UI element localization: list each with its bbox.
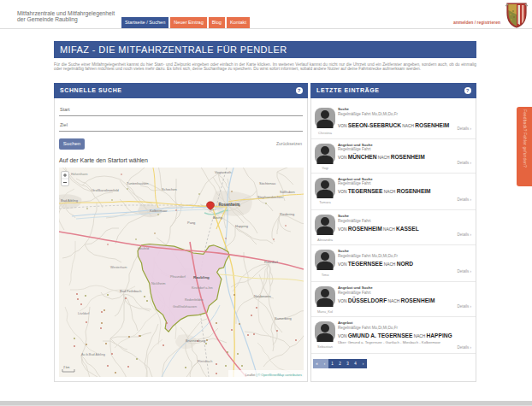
svg-text:Tuntenhausen: Tuntenhausen — [127, 181, 148, 185]
svg-text:Hohenthann: Hohenthann — [71, 173, 88, 176]
svg-text:Neubeuern: Neubeuern — [254, 294, 271, 298]
svg-text:Vogtareuth: Vogtareuth — [215, 170, 231, 174]
svg-text:Pang: Pang — [187, 221, 195, 225]
svg-text:Leaflet | © OpenStreetMap cont: Leaflet | © OpenStreetMap contributors — [245, 374, 302, 377]
svg-text:Großholzhausen: Großholzhausen — [173, 305, 197, 309]
svg-text:Riedering: Riedering — [280, 212, 294, 216]
svg-text:Großkarolinenfeld: Großkarolinenfeld — [92, 188, 119, 192]
svg-text:Litzldorf: Litzldorf — [78, 312, 90, 315]
svg-text:Redenfelden: Redenfelden — [185, 298, 204, 302]
svg-text:Pfraundorf: Pfraundorf — [170, 275, 186, 279]
svg-text:Westerham: Westerham — [110, 266, 127, 269]
svg-text:Söllhuben: Söllhuben — [280, 190, 295, 194]
svg-text:Söchtenau: Söchtenau — [259, 181, 275, 185]
svg-text:Kolbermoor: Kolbermoor — [150, 209, 168, 213]
svg-text:Kirchdorf a.Inn: Kirchdorf a.Inn — [192, 286, 213, 290]
svg-text:Stephanskirchen: Stephanskirchen — [257, 195, 283, 199]
svg-text:2 km: 2 km — [63, 366, 70, 369]
svg-text:Raubling: Raubling — [193, 275, 210, 279]
svg-text:Heufeld: Heufeld — [138, 247, 149, 250]
svg-text:Aising: Aising — [213, 215, 222, 220]
svg-text:Brannenburg: Brannenburg — [186, 338, 205, 343]
svg-text:Happing: Happing — [235, 224, 248, 228]
svg-text:Bad Aibling: Bad Aibling — [61, 198, 78, 203]
svg-text:Samerberg: Samerberg — [275, 316, 292, 321]
svg-text:Schechen: Schechen — [162, 187, 177, 191]
svg-text:Rosenheim: Rosenheim — [219, 203, 240, 207]
svg-text:Nicklheim: Nicklheim — [151, 282, 165, 285]
svg-text:Au b.Bad Aibling: Au b.Bad Aibling — [81, 353, 105, 356]
svg-text:Rohrdorf: Rohrdorf — [264, 260, 278, 264]
svg-text:Bad Feilnbach: Bad Feilnbach — [120, 289, 142, 293]
svg-text:Flintsbach: Flintsbach — [198, 360, 212, 363]
